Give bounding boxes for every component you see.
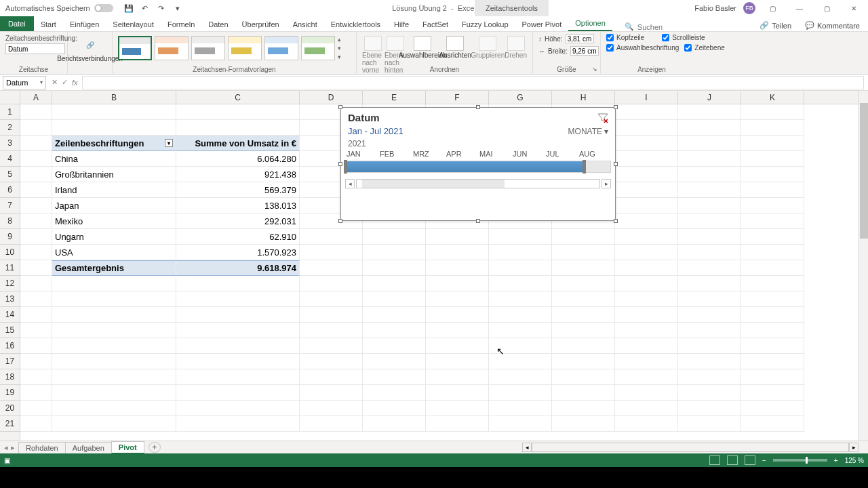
- cell[interactable]: [300, 229, 363, 245]
- cell[interactable]: [552, 401, 615, 416]
- cell[interactable]: [176, 416, 300, 432]
- cell[interactable]: 292.031: [176, 214, 300, 229]
- row-1[interactable]: 1: [0, 104, 20, 120]
- selection-label-checkbox[interactable]: [606, 44, 614, 52]
- cell[interactable]: [552, 354, 615, 369]
- cell[interactable]: [741, 120, 804, 136]
- col-B[interactable]: B: [52, 91, 176, 104]
- sheet-tab-aufgaben[interactable]: Aufgaben: [65, 442, 112, 453]
- cell[interactable]: [489, 260, 552, 276]
- cell[interactable]: [20, 136, 52, 151]
- cell[interactable]: [489, 291, 552, 307]
- cell[interactable]: [20, 385, 52, 401]
- row-21[interactable]: 21: [0, 416, 20, 432]
- cell[interactable]: [678, 198, 741, 214]
- cell[interactable]: [20, 276, 52, 291]
- zoom-level[interactable]: 125 %: [845, 457, 864, 464]
- cell[interactable]: [363, 401, 426, 416]
- cell[interactable]: [678, 291, 741, 307]
- col-J[interactable]: J: [678, 91, 741, 104]
- cell[interactable]: [426, 401, 489, 416]
- row-12[interactable]: 12: [0, 276, 20, 291]
- resize-handle[interactable]: [614, 162, 618, 166]
- resize-handle[interactable]: [476, 219, 480, 223]
- cell[interactable]: [176, 307, 300, 323]
- cell[interactable]: [426, 229, 489, 245]
- cell[interactable]: [741, 104, 804, 120]
- formula-input[interactable]: [82, 76, 864, 89]
- cell[interactable]: [741, 167, 804, 182]
- cell[interactable]: [20, 307, 52, 323]
- cell[interactable]: [176, 401, 300, 416]
- cell[interactable]: [615, 369, 678, 385]
- cell[interactable]: [615, 354, 678, 369]
- cell[interactable]: Gesamtergebnis: [52, 260, 176, 276]
- tab-powerpivot[interactable]: Power Pivot: [515, 18, 569, 31]
- row-14[interactable]: 14: [0, 307, 20, 323]
- cell[interactable]: [678, 104, 741, 120]
- cell[interactable]: [52, 120, 176, 136]
- slicer-scrollbar[interactable]: ◂ ▸: [345, 178, 611, 189]
- col-H[interactable]: H: [552, 91, 615, 104]
- cell[interactable]: 6.064.280: [176, 151, 300, 167]
- time-level-checkbox[interactable]: [684, 44, 692, 52]
- cell[interactable]: [678, 120, 741, 136]
- row-2[interactable]: 2: [0, 120, 20, 136]
- cell[interactable]: [300, 385, 363, 401]
- row-17[interactable]: 17: [0, 354, 20, 369]
- tab-fuzzy[interactable]: Fuzzy Lookup: [455, 18, 515, 31]
- cell[interactable]: Japan: [52, 198, 176, 214]
- cell[interactable]: [615, 151, 678, 167]
- ribbon-display-icon[interactable]: ▢: [762, 1, 783, 15]
- resize-handle[interactable]: [476, 105, 480, 109]
- cell[interactable]: [741, 182, 804, 198]
- cell[interactable]: Großbritannien: [52, 167, 176, 182]
- tab-formeln[interactable]: Formeln: [161, 18, 201, 31]
- cell[interactable]: [741, 291, 804, 307]
- cell[interactable]: [52, 104, 176, 120]
- cell[interactable]: [552, 245, 615, 260]
- cell[interactable]: [176, 354, 300, 369]
- cell[interactable]: [552, 276, 615, 291]
- cell[interactable]: [426, 338, 489, 354]
- resize-handle[interactable]: [338, 162, 342, 166]
- cell[interactable]: [552, 323, 615, 338]
- scrollbar-checkbox[interactable]: [662, 34, 669, 41]
- name-box[interactable]: Datum▾: [3, 76, 46, 89]
- cell[interactable]: [678, 338, 741, 354]
- cell[interactable]: [741, 245, 804, 260]
- row-19[interactable]: 19: [0, 385, 20, 401]
- undo-icon[interactable]: ↶: [140, 3, 150, 13]
- cell[interactable]: [363, 245, 426, 260]
- tab-optionen[interactable]: Optionen: [568, 16, 612, 31]
- cell[interactable]: [741, 198, 804, 214]
- cell[interactable]: [678, 245, 741, 260]
- qat-dropdown-icon[interactable]: ▾: [173, 3, 182, 13]
- slicer-track[interactable]: [345, 161, 611, 173]
- cell[interactable]: [300, 260, 363, 276]
- comments-button[interactable]: 💬Kommentare: [801, 20, 864, 31]
- row-3[interactable]: 3: [0, 136, 20, 151]
- cell[interactable]: [20, 120, 52, 136]
- col-A[interactable]: A: [20, 91, 52, 104]
- cell[interactable]: [678, 369, 741, 385]
- cell[interactable]: [489, 229, 552, 245]
- page-layout-view-icon[interactable]: [727, 455, 738, 465]
- cell[interactable]: [300, 307, 363, 323]
- row-11[interactable]: 11: [0, 260, 20, 276]
- report-connections-icon[interactable]: 🔗: [81, 36, 100, 54]
- style-option-1[interactable]: [118, 36, 152, 60]
- cell[interactable]: [300, 276, 363, 291]
- style-option-6[interactable]: [301, 36, 335, 60]
- row-18[interactable]: 18: [0, 369, 20, 385]
- caption-input[interactable]: [5, 43, 65, 54]
- cell[interactable]: [300, 401, 363, 416]
- cell[interactable]: [176, 120, 300, 136]
- cell[interactable]: [52, 369, 176, 385]
- cell[interactable]: [20, 260, 52, 276]
- tab-einfuegen[interactable]: Einfügen: [63, 18, 106, 31]
- cell[interactable]: [426, 354, 489, 369]
- cell[interactable]: [678, 385, 741, 401]
- cell[interactable]: [678, 307, 741, 323]
- cell[interactable]: [300, 338, 363, 354]
